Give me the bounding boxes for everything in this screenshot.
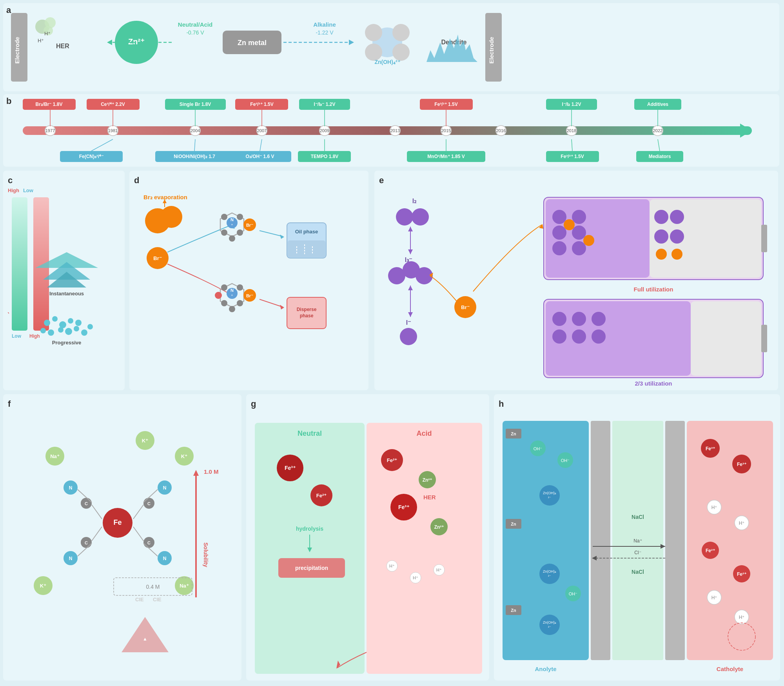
svg-point-112 bbox=[48, 329, 54, 336]
svg-point-136 bbox=[221, 229, 227, 236]
svg-text:NaCl: NaCl bbox=[632, 569, 644, 575]
svg-text:N: N bbox=[163, 556, 167, 561]
svg-point-310 bbox=[539, 564, 560, 584]
svg-text:Zn(OH)₄²⁺: Zn(OH)₄²⁺ bbox=[374, 59, 400, 65]
svg-text:Na⁺: Na⁺ bbox=[633, 538, 642, 544]
svg-point-186 bbox=[552, 241, 566, 255]
svg-rect-209 bbox=[691, 301, 761, 376]
svg-text:Mediators: Mediators bbox=[649, 154, 671, 159]
svg-text:HER: HER bbox=[56, 43, 69, 49]
svg-text:Fe²⁺: Fe²⁺ bbox=[737, 571, 747, 577]
svg-line-59 bbox=[260, 139, 262, 151]
svg-text:MnO²/Mn⁺ 1.85 V: MnO²/Mn⁺ 1.85 V bbox=[427, 154, 465, 159]
svg-text:K⁺: K⁺ bbox=[181, 453, 187, 459]
svg-text:Br⁻: Br⁻ bbox=[246, 293, 253, 298]
svg-marker-257 bbox=[122, 617, 169, 652]
section-d: d Br₂ evaporation Br⁻ bbox=[129, 171, 368, 390]
svg-point-150 bbox=[229, 306, 235, 312]
svg-text:2015: 2015 bbox=[441, 128, 451, 133]
section-a-diagram: Electrode HER H⁺ H⁺ Zn²⁺ Neutral/Acid -0… bbox=[3, 3, 779, 91]
svg-text:C: C bbox=[147, 540, 151, 545]
svg-text:Fe³⁺: Fe³⁺ bbox=[285, 465, 296, 471]
svg-text:Low: Low bbox=[12, 333, 22, 339]
svg-point-114 bbox=[65, 328, 72, 335]
svg-text:-0.76 V: -0.76 V bbox=[186, 29, 204, 36]
svg-rect-156 bbox=[288, 240, 325, 257]
section-e: e I₂ I₃⁻ I⁻ Br⁻ bbox=[374, 171, 778, 390]
svg-text:Br⁻: Br⁻ bbox=[246, 223, 253, 227]
section-f: f Na⁺ K⁺ K⁺ K⁺ Na⁺ N N N bbox=[3, 394, 241, 681]
svg-text:OH⁻: OH⁻ bbox=[569, 591, 578, 596]
svg-text:CIE: CIE bbox=[135, 597, 144, 602]
svg-text:Acid: Acid bbox=[416, 429, 432, 437]
svg-text:I⁻: I⁻ bbox=[406, 319, 411, 326]
svg-text:H⁺: H⁺ bbox=[389, 564, 395, 568]
section-c: c High Low Electrolyte concent bbox=[3, 171, 125, 390]
svg-point-194 bbox=[670, 210, 684, 224]
svg-point-313 bbox=[539, 615, 560, 635]
svg-text:H⁺: H⁺ bbox=[413, 575, 418, 580]
svg-text:OH⁻: OH⁻ bbox=[561, 458, 570, 463]
svg-text:1977: 1977 bbox=[45, 128, 55, 133]
svg-point-166 bbox=[412, 208, 429, 226]
svg-text:Neutral: Neutral bbox=[298, 429, 322, 437]
svg-text:Br⁻: Br⁻ bbox=[153, 255, 162, 261]
svg-rect-210 bbox=[761, 325, 767, 352]
svg-rect-291 bbox=[665, 421, 685, 660]
svg-text:Br₂/Br⁻ 1.8V: Br₂/Br⁻ 1.8V bbox=[35, 102, 62, 107]
svg-rect-202 bbox=[546, 301, 691, 376]
svg-point-190 bbox=[564, 219, 575, 230]
timeline-svg: 1977 Br₂/Br⁻ 1.8V 1981 Ce³/⁴⁺ 2.2V Fe(CN… bbox=[3, 94, 779, 167]
section-d-label: d bbox=[134, 175, 364, 186]
svg-rect-289 bbox=[591, 421, 610, 660]
svg-text:Solubility: Solubility bbox=[203, 542, 209, 567]
svg-line-87 bbox=[572, 139, 572, 151]
svg-text:Fe³⁺: Fe³⁺ bbox=[737, 462, 747, 467]
svg-text:I⁻/I₃⁻ 1.2V: I⁻/I₃⁻ 1.2V bbox=[314, 102, 335, 107]
svg-text:-1.22 V: -1.22 V bbox=[316, 29, 334, 36]
svg-text:hydrolysis: hydrolysis bbox=[296, 526, 323, 532]
svg-text:I⁻/I₂ 1.2V: I⁻/I₂ 1.2V bbox=[562, 102, 581, 107]
svg-point-148 bbox=[221, 300, 227, 306]
svg-text:NaCl: NaCl bbox=[632, 514, 644, 520]
svg-text:Br₂ evaporation: Br₂ evaporation bbox=[143, 194, 187, 200]
svg-marker-13 bbox=[107, 40, 112, 45]
svg-text:H⁺: H⁺ bbox=[436, 568, 442, 572]
svg-point-138 bbox=[229, 235, 235, 242]
svg-point-23 bbox=[365, 44, 382, 61]
svg-text:HER: HER bbox=[423, 494, 436, 500]
svg-text:Fe³/²⁺ 1.5V: Fe³/²⁺ 1.5V bbox=[250, 102, 273, 107]
svg-text:Progressive: Progressive bbox=[52, 340, 81, 346]
svg-point-197 bbox=[656, 249, 667, 260]
svg-line-95 bbox=[658, 139, 660, 151]
svg-point-21 bbox=[365, 24, 382, 41]
svg-text:Br⁻: Br⁻ bbox=[461, 304, 469, 310]
svg-text:K⁺: K⁺ bbox=[40, 583, 46, 589]
section-f-svg: Na⁺ K⁺ K⁺ K⁺ Na⁺ N N N N C bbox=[8, 409, 239, 682]
svg-text:Electrode: Electrode bbox=[14, 37, 20, 64]
svg-point-134 bbox=[221, 214, 227, 220]
svg-text:TEMPO 1.8V: TEMPO 1.8V bbox=[311, 154, 339, 159]
svg-text:phase: phase bbox=[300, 313, 314, 318]
svg-text:0.4 M: 0.4 M bbox=[146, 584, 160, 590]
svg-text:Catholyte: Catholyte bbox=[717, 666, 743, 672]
svg-text:Zn²⁺: Zn²⁺ bbox=[423, 477, 433, 483]
svg-text:²⁻: ²⁻ bbox=[548, 625, 551, 629]
svg-point-165 bbox=[396, 208, 413, 226]
section-b: b 1977 Br₂/Br⁻ 1.8V bbox=[3, 94, 779, 167]
svg-text:Anolyte: Anolyte bbox=[535, 666, 556, 672]
svg-text:NiOOH/Ni(OH)₂ 1.7: NiOOH/Ni(OH)₂ 1.7 bbox=[174, 154, 215, 159]
svg-point-145 bbox=[215, 292, 222, 299]
svg-point-149 bbox=[237, 300, 243, 306]
svg-text:Disperse: Disperse bbox=[297, 307, 317, 312]
svg-text:Oil phase: Oil phase bbox=[295, 229, 318, 235]
svg-point-24 bbox=[392, 44, 410, 61]
svg-point-187 bbox=[572, 210, 586, 224]
svg-text:N: N bbox=[163, 485, 167, 491]
svg-text:2/3 utilization: 2/3 utilization bbox=[635, 380, 672, 386]
svg-point-204 bbox=[572, 312, 586, 326]
svg-line-51 bbox=[194, 139, 195, 151]
svg-text:Zn²⁺: Zn²⁺ bbox=[434, 524, 445, 530]
svg-text:C: C bbox=[85, 540, 88, 545]
svg-text:Zn: Zn bbox=[511, 608, 516, 613]
